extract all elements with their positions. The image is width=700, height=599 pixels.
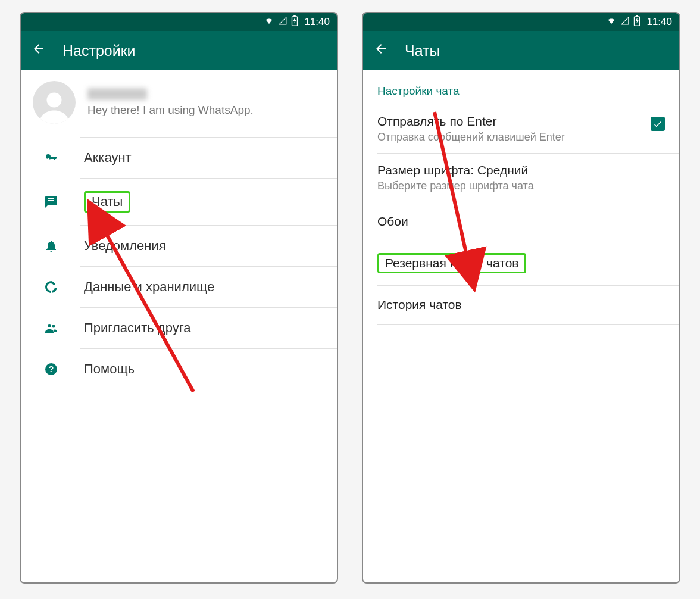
back-arrow-icon[interactable] [32, 42, 46, 60]
svg-point-5 [52, 325, 55, 328]
setting-chat-history[interactable]: История чатов [363, 286, 679, 324]
menu-label: Аккаунт [84, 150, 132, 166]
menu-item-data-storage[interactable]: Данные и хранилище [21, 267, 337, 307]
divider [377, 324, 679, 325]
setting-label: Обои [377, 214, 408, 228]
menu-label: Данные и хранилище [84, 279, 214, 295]
setting-primary: Отправлять по Enter [377, 114, 565, 129]
clock-time: 11:40 [304, 16, 330, 28]
svg-point-2 [47, 93, 62, 108]
app-bar: Настройки [21, 31, 337, 70]
setting-label: История чатов [377, 298, 462, 311]
menu-label-highlighted: Чаты [84, 191, 130, 213]
menu-item-invite[interactable]: Пригласить друга [21, 308, 337, 348]
setting-primary: Размер шрифта: Средний [377, 163, 534, 177]
svg-rect-10 [636, 15, 639, 17]
svg-text:?: ? [49, 364, 54, 374]
chat-icon [43, 194, 59, 210]
wifi-icon [264, 16, 274, 28]
setting-enter-to-send[interactable]: Отправлять по Enter Отправка сообщений к… [363, 105, 679, 153]
setting-font-size[interactable]: Размер шрифта: Средний Выберите размер ш… [363, 154, 679, 202]
status-bar: 11:40 [363, 13, 679, 31]
menu-item-help[interactable]: ? Помощь [21, 349, 337, 389]
menu-item-notifications[interactable]: Уведомления [21, 226, 337, 266]
help-icon: ? [43, 361, 59, 377]
settings-screen: 11:40 Настройки Hey there! I am using Wh… [20, 12, 338, 584]
svg-point-4 [48, 324, 51, 327]
profile-name-blurred [88, 88, 147, 100]
menu-label: Пригласить друга [84, 320, 191, 336]
avatar [33, 81, 76, 124]
clock-time: 11:40 [646, 16, 672, 28]
data-usage-icon [43, 279, 59, 295]
setting-chat-backup[interactable]: Резервная копия чатов [363, 241, 679, 285]
menu-item-account[interactable]: Аккаунт [21, 138, 337, 178]
bell-icon [43, 238, 59, 254]
page-title: Чаты [405, 42, 440, 60]
section-header: Настройки чата [363, 70, 679, 105]
signal-icon [620, 16, 630, 28]
people-icon [43, 320, 59, 336]
setting-label-highlighted: Резервная копия чатов [377, 253, 526, 273]
menu-label: Уведомления [84, 238, 166, 254]
signal-icon [278, 16, 288, 28]
chats-settings-screen: 11:40 Чаты Настройки чата Отправлять по … [362, 12, 680, 584]
setting-wallpaper[interactable]: Обои [363, 202, 679, 241]
setting-secondary: Отправка сообщений клавишей Enter [377, 131, 565, 143]
checkbox-checked-icon[interactable] [651, 117, 665, 131]
wifi-icon [606, 16, 617, 28]
battery-icon [291, 15, 298, 29]
battery-icon [633, 15, 640, 29]
menu-label: Помощь [84, 361, 135, 377]
profile-row[interactable]: Hey there! I am using WhatsApp. [21, 70, 337, 137]
svg-point-3 [48, 158, 49, 160]
key-icon [43, 150, 59, 166]
profile-status: Hey there! I am using WhatsApp. [88, 104, 254, 117]
setting-secondary: Выберите размер шрифта чата [377, 180, 534, 192]
app-bar: Чаты [363, 31, 679, 70]
status-bar: 11:40 [21, 13, 337, 31]
back-arrow-icon[interactable] [374, 42, 388, 60]
svg-rect-1 [294, 15, 296, 17]
page-title: Настройки [62, 42, 136, 60]
menu-item-chats[interactable]: Чаты [21, 179, 337, 225]
